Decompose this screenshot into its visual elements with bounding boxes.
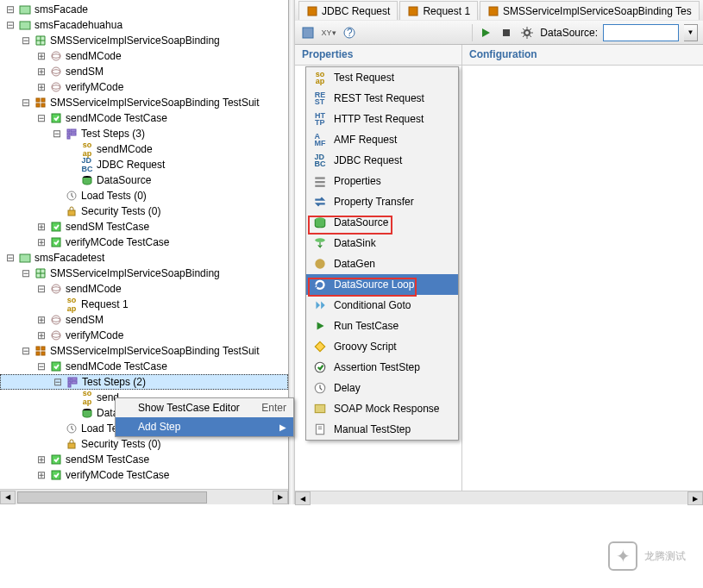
svg-point-3 xyxy=(52,67,60,76)
scroll-right-button[interactable]: ▶ xyxy=(687,491,703,505)
svg-point-2 xyxy=(52,52,60,60)
expand-collapse-toggle[interactable]: ⊞ xyxy=(36,81,47,93)
editor-tab[interactable]: Request 1 xyxy=(399,1,478,20)
tree-node[interactable]: ⊞verifyMCode TestCase xyxy=(0,467,288,483)
step-menu-item[interactable]: HTTPHTTP Test Request xyxy=(306,109,458,129)
scroll-right-button[interactable]: ▶ xyxy=(273,491,288,504)
tree-node[interactable]: ⊟Test Steps (2) xyxy=(0,374,288,390)
tree-node-label: Test Steps (3) xyxy=(81,128,145,140)
tree-node[interactable]: JDBCJDBC Request xyxy=(0,157,288,172)
tree-node[interactable]: ⊞verifyMCode xyxy=(0,328,288,343)
scroll-left-button[interactable]: ◀ xyxy=(295,491,311,505)
expand-collapse-toggle[interactable]: ⊞ xyxy=(36,236,47,248)
tree-node[interactable]: ⊞sendMCode xyxy=(0,48,288,64)
context-menu-item[interactable]: Show TestCase EditorEnter xyxy=(116,398,293,417)
tree-node[interactable]: ⊟sendMCode xyxy=(0,281,288,297)
step-menu-item[interactable]: SOAP Mock Response xyxy=(306,398,458,419)
editor-tabs: JDBC RequestRequest 1SMSServiceImplServi… xyxy=(295,0,703,21)
save-icon[interactable] xyxy=(300,25,316,41)
tree-node[interactable]: ⊞verifyMCode xyxy=(0,79,288,95)
step-menu-item[interactable]: Conditional Goto xyxy=(306,295,458,316)
step-menu-label: REST Test Request xyxy=(334,92,424,104)
tree-node[interactable]: ⊟SMSServiceImplServiceSoapBinding xyxy=(0,33,288,48)
step-menu-item[interactable]: Delay xyxy=(306,378,458,398)
step-menu-item[interactable]: JDBCJDBC Request xyxy=(306,150,458,171)
expand-collapse-toggle[interactable]: ⊟ xyxy=(52,128,62,140)
tree-node[interactable]: ⊞sendSM TestCase xyxy=(0,219,288,235)
expand-collapse-toggle[interactable]: ⊟ xyxy=(21,345,31,357)
tree-node[interactable]: Security Tests (0) xyxy=(0,436,288,452)
expand-collapse-toggle[interactable]: ⊞ xyxy=(36,50,47,62)
settings-icon[interactable] xyxy=(519,25,535,41)
step-menu-item[interactable]: Groovy Script xyxy=(306,336,458,357)
datasource-select[interactable] xyxy=(603,24,679,41)
step-menu-item[interactable]: Property Transfer xyxy=(306,191,458,212)
clock-icon xyxy=(65,422,78,435)
expand-collapse-toggle[interactable]: ⊟ xyxy=(53,376,63,388)
expand-collapse-toggle[interactable]: ⊞ xyxy=(36,454,47,466)
svg-rect-5 xyxy=(36,98,40,102)
expand-collapse-toggle[interactable]: ⊞ xyxy=(36,66,47,78)
step-menu-item[interactable]: DataSink xyxy=(306,233,458,253)
expand-collapse-toggle[interactable]: ⊟ xyxy=(21,267,31,279)
tree-node[interactable]: ⊟sendMCode TestCase xyxy=(0,359,288,374)
step-menu-item[interactable]: Assertion TestStep xyxy=(306,357,458,378)
tree-node[interactable]: ⊟SMSServiceImplServiceSoapBinding xyxy=(0,266,288,281)
expand-collapse-toggle[interactable]: ⊟ xyxy=(21,34,31,47)
tree-node[interactable]: ⊟SMSServiceImplServiceSoapBinding TestSu… xyxy=(0,343,288,359)
run-button[interactable] xyxy=(478,25,493,41)
editor-tab[interactable]: JDBC Request xyxy=(298,1,398,20)
tree-node[interactable]: ⊟Test Steps (3) xyxy=(0,126,288,141)
scroll-thumb[interactable] xyxy=(17,491,207,504)
step-menu-item[interactable]: soapTest Request xyxy=(306,67,458,88)
step-menu-item[interactable]: DataSource xyxy=(306,212,458,233)
tree-node[interactable]: DataSource xyxy=(0,172,288,188)
tree-node-label: verifyMCode xyxy=(66,81,123,93)
dloop-icon xyxy=(313,278,327,291)
groovy-icon xyxy=(313,340,327,353)
tree-node[interactable]: soapsendMCode xyxy=(0,141,288,157)
step-menu-item[interactable]: Manual TestStep xyxy=(306,419,458,440)
tree-node-label: SMSServiceImplServiceSoapBinding xyxy=(50,34,220,47)
expand-collapse-toggle[interactable]: ⊞ xyxy=(36,469,47,481)
expand-collapse-toggle[interactable]: ⊞ xyxy=(36,329,47,341)
editor-scrollbar-horizontal[interactable]: ◀ ▶ xyxy=(295,491,703,504)
tree-node[interactable]: ⊞sendSM xyxy=(0,64,288,79)
xml-icon[interactable]: XY▾ xyxy=(321,25,336,41)
step-menu-item[interactable]: AMFAMF Request xyxy=(306,129,458,150)
properties-header: Properties xyxy=(295,45,462,65)
help-icon[interactable]: ? xyxy=(342,25,357,41)
expand-collapse-toggle[interactable]: ⊟ xyxy=(21,97,31,109)
expand-collapse-toggle[interactable]: ⊟ xyxy=(36,283,47,295)
tree-node[interactable]: ⊟SMSServiceImplServiceSoapBinding TestSu… xyxy=(0,95,288,110)
expand-collapse-toggle[interactable]: ⊞ xyxy=(36,221,47,233)
tree-scrollbar-horizontal[interactable]: ◀ ▶ xyxy=(0,489,288,504)
tree-node[interactable]: ⊞sendSM xyxy=(0,312,288,328)
datasource-dropdown-button[interactable]: ▼ xyxy=(684,24,698,41)
expand-collapse-toggle[interactable]: ⊟ xyxy=(5,3,16,16)
tree-node[interactable]: ⊟smsFacadetest xyxy=(0,250,288,266)
step-menu-item[interactable]: RESTREST Test Request xyxy=(306,88,458,109)
expand-collapse-toggle[interactable]: ⊞ xyxy=(36,314,47,326)
tree-node[interactable]: Load Tests (0) xyxy=(0,188,288,203)
stop-button[interactable] xyxy=(499,25,514,41)
step-menu-item[interactable]: Properties xyxy=(306,171,458,191)
svg-point-52 xyxy=(315,259,324,268)
step-menu-item[interactable]: DataSource Loop xyxy=(306,274,458,295)
expand-collapse-toggle[interactable]: ⊟ xyxy=(36,360,47,372)
step-menu-item[interactable]: DataGen xyxy=(306,253,458,274)
scroll-left-button[interactable]: ◀ xyxy=(0,491,16,504)
expand-collapse-toggle[interactable]: ⊟ xyxy=(5,19,16,31)
tree-node[interactable]: ⊟sendMCode TestCase xyxy=(0,110,288,126)
tree-node[interactable]: ⊟smsFacade xyxy=(0,2,288,17)
tree-node[interactable]: ⊞verifyMCode TestCase xyxy=(0,235,288,250)
tree-node[interactable]: ⊟smsFacadehuahua xyxy=(0,17,288,33)
expand-collapse-toggle[interactable]: ⊟ xyxy=(36,112,47,124)
tree-node[interactable]: ⊞sendSM TestCase xyxy=(0,452,288,467)
expand-collapse-toggle[interactable]: ⊟ xyxy=(5,252,16,264)
editor-tab[interactable]: SMSServiceImplServiceSoapBinding Tes xyxy=(480,1,700,20)
tree-node[interactable]: Security Tests (0) xyxy=(0,203,288,219)
context-menu-item[interactable]: Add Step▶ xyxy=(116,417,293,436)
step-menu-item[interactable]: Run TestCase xyxy=(306,316,458,336)
tree-node[interactable]: soapRequest 1 xyxy=(0,297,288,312)
